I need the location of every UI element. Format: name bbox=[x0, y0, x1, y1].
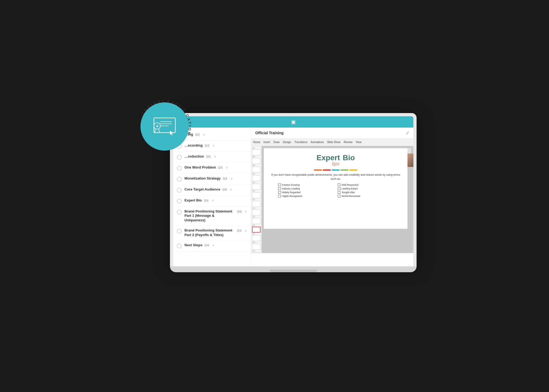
slide-num-111: 111 bbox=[252, 181, 261, 183]
slide-body-text: If you don't have recognizable public ac… bbox=[270, 173, 401, 181]
slide-num-112: 112 bbox=[252, 190, 261, 192]
check-label-widely: Widely Regarded bbox=[282, 191, 301, 194]
slide-thumb-111[interactable] bbox=[252, 184, 261, 190]
slide-num-113: 113 bbox=[252, 199, 261, 200]
ppt-tab-animations[interactable]: Animations bbox=[311, 141, 324, 144]
check-label-highly: Highly Recognized bbox=[282, 195, 302, 197]
checkbox-brand-pos-2 bbox=[177, 229, 182, 234]
scene: CONTENT CERTIFICATION ★ bbox=[127, 92, 422, 301]
slide-canvas: Expert Bio tips bbox=[264, 148, 407, 229]
slide-num-118: 118 bbox=[252, 241, 261, 243]
slide-expert-text: Expert bbox=[317, 154, 340, 162]
app-body: …ing 0/2 ∨ bbox=[173, 128, 413, 266]
slide-thumb-114[interactable] bbox=[252, 210, 261, 215]
sidebar-item-one-word-problem[interactable]: One Word Problem 0/4 ∨ bbox=[173, 163, 251, 174]
check-box-fastest bbox=[278, 184, 281, 186]
sidebar-item-monetization[interactable]: Monetization Strategy 0/4 ∨ bbox=[173, 174, 251, 185]
ppt-tab-view[interactable]: View bbox=[356, 141, 362, 144]
checkbox-next-steps bbox=[177, 244, 182, 248]
sidebar-item-next-steps[interactable]: Next Steps 0/4 ∨ bbox=[173, 240, 251, 251]
color-bar-4 bbox=[340, 169, 348, 171]
check-label-fastest: Fastest Growing bbox=[282, 184, 300, 186]
slide-thumb-109[interactable] bbox=[252, 167, 261, 173]
sidebar-item-recording-count: 0/2 bbox=[205, 144, 209, 148]
ppt-tab-transitions[interactable]: Transitions bbox=[294, 141, 307, 144]
slide-bio-text: Bio bbox=[343, 154, 355, 162]
check-widely-regarded: Widely Regarded bbox=[278, 191, 333, 194]
certification-ring: CONTENT CERTIFICATION bbox=[135, 97, 194, 156]
ppt-tab-review[interactable]: Review bbox=[344, 141, 353, 144]
check-well-respected: Well Respected bbox=[338, 184, 393, 186]
panel-title: Official Training bbox=[255, 131, 284, 135]
ppt-tab-design[interactable]: Design bbox=[283, 141, 291, 144]
slide-title-area: Expert Bio tips bbox=[270, 154, 401, 167]
check-highly-recognized: Highly Recognized bbox=[278, 195, 333, 197]
checkbox-monetization bbox=[177, 177, 182, 182]
laptop: ▣ …ing 0/2 bbox=[170, 113, 417, 285]
ppt-tab-slideshow[interactable]: Slide Show bbox=[327, 141, 340, 144]
slide-thumb-118[interactable] bbox=[252, 244, 261, 250]
sidebar-item-expert-bio[interactable]: Expert Bio 0/4 ∨ bbox=[173, 196, 251, 207]
sidebar-item-introduction-count: 0/6 bbox=[206, 155, 211, 159]
laptop-screen-outer: ▣ …ing 0/2 bbox=[170, 113, 417, 266]
check-fastest-growing: Fastest Growing bbox=[278, 184, 333, 186]
sidebar-item-brand-pos-1-count: 0/6 bbox=[237, 210, 242, 214]
checkbox-brand-pos-1 bbox=[177, 210, 182, 215]
slide-num-119: 119 bbox=[252, 250, 261, 252]
check-box-world bbox=[338, 195, 340, 197]
slide-thumb-113[interactable] bbox=[252, 201, 261, 207]
sidebar-item-brand-pos-2-title: Brand Positioning Statement Part 2 (Payo… bbox=[184, 228, 235, 237]
sidebar-item-core-target-count: 0/6 bbox=[222, 188, 227, 192]
main-panel: Official Training ⤢ Home Insert Draw Des… bbox=[251, 128, 413, 266]
ppt-tab-insert[interactable]: Insert bbox=[264, 141, 270, 144]
slide-thumb-112[interactable] bbox=[252, 192, 261, 198]
check-label-sought: Sought After bbox=[342, 191, 355, 194]
sidebar-item-monetization-content: Monetization Strategy 0/4 ∨ bbox=[184, 176, 247, 181]
slide-thumb-115[interactable] bbox=[252, 218, 261, 224]
slide-num-110: 110 bbox=[252, 173, 261, 175]
check-sought-after: Sought After bbox=[338, 191, 393, 194]
slide-thumb-116[interactable] bbox=[252, 227, 261, 233]
sidebar-chevron-live-training: ∨ bbox=[203, 133, 205, 136]
ppt-tab-draw[interactable]: Draw bbox=[273, 141, 280, 144]
sidebar-item-core-target[interactable]: Core Target Audience 0/6 ∨ bbox=[173, 185, 251, 196]
sidebar-chevron-expert-bio: ∨ bbox=[212, 199, 214, 202]
slide-num-114: 114 bbox=[252, 207, 261, 209]
sidebar-item-expert-bio-content: Expert Bio 0/4 ∨ bbox=[184, 198, 247, 203]
check-label-leading-expert: Leading Expert bbox=[342, 187, 358, 190]
sidebar-chevron-recording: ∨ bbox=[213, 144, 215, 147]
slide-num-109: 109 bbox=[252, 164, 261, 166]
sidebar-chevron-core-target: ∨ bbox=[230, 188, 232, 191]
check-box-widely bbox=[278, 191, 281, 194]
sidebar-chevron-next-steps: ∨ bbox=[212, 244, 214, 247]
sidebar-item-brand-pos-1[interactable]: Brand Positioning Statement Part 1 (Mess… bbox=[173, 207, 251, 226]
expand-icon[interactable]: ⤢ bbox=[406, 131, 409, 135]
slide-thumb-108[interactable] bbox=[252, 158, 261, 164]
sidebar-item-one-word-problem-content: One Word Problem 0/4 ∨ bbox=[184, 165, 247, 170]
laptop-screen: ▣ …ing 0/2 bbox=[173, 116, 413, 266]
check-world-renowned: World-Renowned bbox=[338, 195, 393, 197]
ppt-ribbon: Home Insert Draw Design Transitions Anim… bbox=[251, 139, 413, 146]
check-leading-expert: Leading Expert bbox=[338, 187, 393, 190]
check-label-well-respected: Well Respected bbox=[342, 184, 358, 186]
slide-num-list: 107 108 109 110 111 bbox=[252, 147, 261, 253]
sidebar-item-core-target-title: Core Target Audience bbox=[184, 187, 220, 192]
sidebar-chevron-brand-pos-1: ∨ bbox=[245, 210, 247, 213]
color-bar-1 bbox=[314, 169, 322, 171]
slide-num-107: 107 bbox=[252, 147, 261, 149]
check-box-highly bbox=[278, 195, 281, 197]
sidebar-item-core-target-content: Core Target Audience 0/6 ∨ bbox=[184, 187, 247, 192]
slide-num-116: 116 bbox=[252, 224, 261, 226]
slide-thumb-110[interactable] bbox=[252, 175, 261, 181]
check-box-sought bbox=[338, 191, 340, 194]
sidebar-item-monetization-title: Monetization Strategy bbox=[184, 176, 221, 181]
panel-header: Official Training ⤢ bbox=[251, 128, 413, 139]
slide-num-115: 115 bbox=[252, 216, 261, 218]
slide-thumb-107[interactable] bbox=[252, 150, 261, 155]
sidebar-item-one-word-problem-count: 0/4 bbox=[218, 166, 223, 170]
slide-thumb-117[interactable] bbox=[252, 235, 261, 241]
checkbox-one-word-problem bbox=[177, 166, 182, 171]
sidebar-item-brand-pos-2[interactable]: Brand Positioning Statement Part 2 (Payo… bbox=[173, 226, 251, 240]
ppt-tab-home[interactable]: Home bbox=[253, 141, 260, 144]
sidebar-item-live-training-count: 0/2 bbox=[195, 133, 200, 137]
